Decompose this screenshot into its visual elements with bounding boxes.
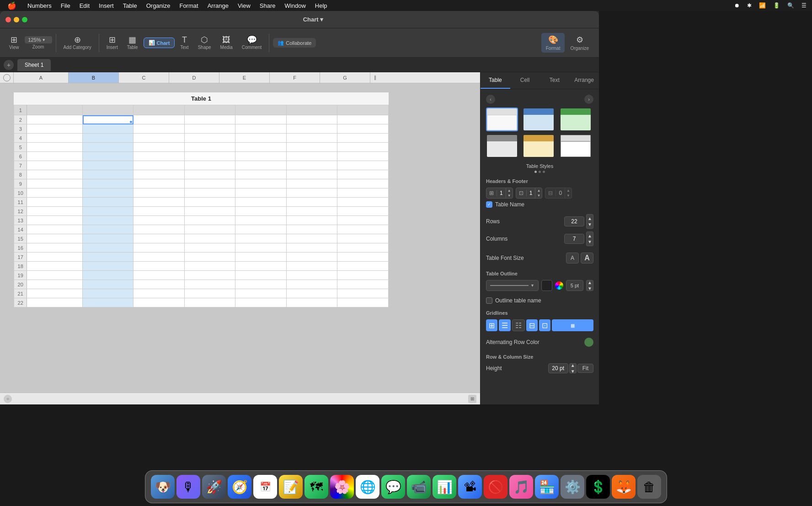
cell-B2[interactable] <box>83 115 134 124</box>
cell-F6[interactable] <box>286 152 337 161</box>
fullscreen-button[interactable] <box>22 17 27 22</box>
cell-E6[interactable] <box>235 152 286 161</box>
outline-pt-value[interactable]: 5 pt <box>566 280 583 291</box>
cell-D15[interactable] <box>184 234 235 243</box>
cell-B5[interactable] <box>83 143 134 152</box>
cell-E21[interactable] <box>235 289 286 298</box>
menubar-file[interactable]: File <box>57 0 74 11</box>
menubar-edit[interactable]: Edit <box>76 0 93 11</box>
dock-app-store[interactable]: 🏪 <box>535 475 559 499</box>
cell-D7[interactable] <box>184 161 235 170</box>
footer-stepper[interactable]: ▲ ▼ <box>565 188 572 198</box>
cell-G11[interactable] <box>337 198 389 207</box>
cell-F4[interactable] <box>286 134 337 143</box>
view-button[interactable]: ⊞ View <box>5 34 23 52</box>
footer-counter[interactable]: ⊟ 0 ▲ ▼ <box>545 188 572 199</box>
cell-C5[interactable] <box>134 143 184 152</box>
cell-C12[interactable] <box>134 207 184 216</box>
header-cols-stepper[interactable]: ▲ ▼ <box>535 188 542 198</box>
cell-G12[interactable] <box>337 207 389 216</box>
cell-E3[interactable] <box>235 124 286 134</box>
footer-down[interactable]: ▼ <box>565 193 572 198</box>
minimize-button[interactable] <box>14 17 19 22</box>
header-cell-G1[interactable] <box>337 105 389 115</box>
cell-E11[interactable] <box>235 198 286 207</box>
cell-B9[interactable] <box>83 179 134 188</box>
apple-menu[interactable]: 🍎 <box>4 0 20 11</box>
header-cell-F1[interactable] <box>286 105 337 115</box>
format-button[interactable]: 🎨 Format <box>541 33 565 53</box>
cell-D20[interactable] <box>184 280 235 289</box>
cell-G20[interactable] <box>337 280 389 289</box>
height-stepper[interactable]: ▲ ▼ <box>569 363 577 373</box>
dock-photos[interactable]: 🌸 <box>330 475 354 499</box>
cell-F12[interactable] <box>286 207 337 216</box>
dock-calendar[interactable]: 📅 <box>253 475 277 499</box>
cell-G21[interactable] <box>337 289 389 298</box>
header-rows-stepper[interactable]: ▲ ▼ <box>506 188 513 198</box>
cell-F13[interactable] <box>286 216 337 225</box>
color-wheel[interactable] <box>555 281 563 290</box>
menubar-window[interactable]: Window <box>281 0 310 11</box>
style-gray[interactable] <box>486 134 518 158</box>
columns-control[interactable]: 7 ▲ ▼ <box>564 231 593 246</box>
cell-C20[interactable] <box>134 280 184 289</box>
menubar-organize[interactable]: Organize <box>143 0 174 11</box>
gridline-h-active[interactable]: ☰ <box>499 319 511 331</box>
zoom-value[interactable]: 125% ▼ <box>25 36 52 43</box>
sheet-tab-1[interactable]: Sheet 1 <box>17 59 51 71</box>
cell-B6[interactable] <box>83 152 134 161</box>
header-cell-C1[interactable] <box>134 105 184 115</box>
cell-C19[interactable] <box>134 271 184 280</box>
cell-A5[interactable] <box>27 143 83 152</box>
cell-B16[interactable] <box>83 243 134 253</box>
footer-up[interactable]: ▲ <box>565 188 572 193</box>
cell-C6[interactable] <box>134 152 184 161</box>
cell-B21[interactable] <box>83 289 134 298</box>
cell-C22[interactable] <box>134 298 184 307</box>
bottom-left-icon[interactable]: ○ <box>4 395 12 403</box>
columns-value[interactable]: 7 <box>564 234 584 244</box>
dock-messages[interactable]: 💬 <box>381 475 405 499</box>
font-size-increase[interactable]: A <box>581 253 593 264</box>
cell-G15[interactable] <box>337 234 389 243</box>
cell-E5[interactable] <box>235 143 286 152</box>
cell-F16[interactable] <box>286 243 337 253</box>
rows-stepper[interactable]: ▲ ▼ <box>586 214 593 229</box>
dock-facetime[interactable]: 📹 <box>407 475 431 499</box>
cell-C17[interactable] <box>134 253 184 262</box>
gridline-wide-active[interactable]: ▦ <box>552 319 593 331</box>
col-header-b[interactable]: B <box>69 72 119 83</box>
cell-E8[interactable] <box>235 170 286 179</box>
header-cell-B1[interactable] <box>83 105 134 115</box>
dock-do-not-disturb[interactable]: 🚫 <box>484 475 508 499</box>
columns-stepper[interactable]: ▲ ▼ <box>586 231 593 246</box>
tab-arrange[interactable]: Arrange <box>569 72 599 89</box>
comment-button[interactable]: 💬 Comment <box>238 34 265 52</box>
col-header-a[interactable]: A <box>14 72 69 83</box>
gridline-header-h-active[interactable]: ⊟ <box>526 319 538 331</box>
cell-D3[interactable] <box>184 124 235 134</box>
col-header-g[interactable]: G <box>320 72 370 83</box>
cell-B3[interactable] <box>83 124 134 134</box>
cell-A10[interactable] <box>27 188 83 198</box>
header-rows-counter[interactable]: ⊞ 1 ▲ ▼ <box>486 188 513 199</box>
cell-G19[interactable] <box>337 271 389 280</box>
cell-A4[interactable] <box>27 134 83 143</box>
cell-B20[interactable] <box>83 280 134 289</box>
col-header-f[interactable]: F <box>270 72 320 83</box>
line-style-picker[interactable]: ▼ <box>486 280 539 291</box>
search-icon[interactable]: 🔍 <box>785 2 796 9</box>
dock-numbers[interactable]: 📊 <box>433 475 456 499</box>
cell-E2[interactable] <box>235 115 286 124</box>
menubar-table[interactable]: Table <box>119 0 141 11</box>
cell-G9[interactable] <box>337 179 389 188</box>
cell-E17[interactable] <box>235 253 286 262</box>
cell-E7[interactable] <box>235 161 286 170</box>
cell-A19[interactable] <box>27 271 83 280</box>
cell-B18[interactable] <box>83 262 134 271</box>
cell-F2[interactable] <box>286 115 337 124</box>
cell-E18[interactable] <box>235 262 286 271</box>
style-outline[interactable] <box>560 134 592 158</box>
chart-button[interactable]: 📊 Chart <box>144 38 175 48</box>
